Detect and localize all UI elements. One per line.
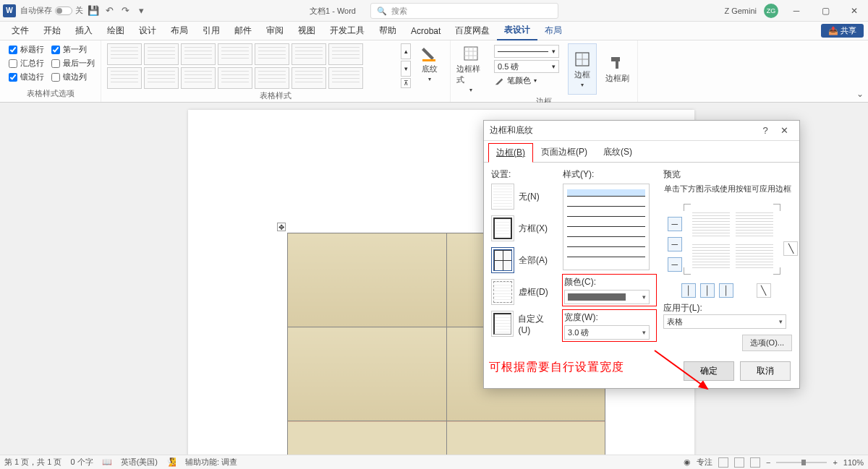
dialog-help-icon[interactable]: ? <box>756 125 775 136</box>
status-focus[interactable]: 专注 <box>697 457 712 468</box>
border-diag2-icon[interactable]: ╲ <box>757 283 771 298</box>
gallery-up-icon[interactable]: ▴ <box>401 43 411 59</box>
share-button[interactable]: 📤共享 <box>821 24 864 38</box>
check-banded-row[interactable]: 镶边行 <box>6 71 47 83</box>
style-thumb[interactable] <box>292 43 326 65</box>
dialog-tab-page-border[interactable]: 页面边框(P) <box>533 142 595 162</box>
border-top-icon[interactable]: ─ <box>668 217 682 231</box>
gallery-more-icon[interactable]: ⊼ <box>401 78 411 88</box>
width-combo[interactable]: 3.0 磅▾ <box>564 325 650 340</box>
setting-none[interactable]: 无(N) <box>491 184 556 210</box>
shading-button[interactable]: 底纹 ▾ <box>415 43 444 84</box>
style-thumb[interactable] <box>181 67 216 89</box>
tab-table-layout[interactable]: 布局 <box>537 22 569 40</box>
zoom-slider[interactable] <box>776 462 827 463</box>
zoom-value[interactable]: 110% <box>843 458 864 467</box>
table-styles-gallery[interactable] <box>107 43 396 89</box>
qat-more-icon[interactable]: ▾ <box>135 5 147 17</box>
check-total-row[interactable]: 汇总行 <box>6 57 47 69</box>
tab-layout[interactable]: 布局 <box>163 22 195 40</box>
status-page[interactable]: 第 1 页，共 1 页 <box>4 457 61 468</box>
status-accessibility[interactable]: 辅助功能: 调查 <box>185 457 237 468</box>
autosave-toggle[interactable]: 自动保存 关 <box>20 5 83 16</box>
border-style-button[interactable]: 边框样式 ▾ <box>456 43 485 95</box>
style-thumb[interactable] <box>255 43 289 65</box>
tab-review[interactable]: 审阅 <box>259 22 291 40</box>
tab-table-design[interactable]: 表设计 <box>497 22 537 40</box>
style-thumb[interactable] <box>107 43 142 65</box>
style-thumb[interactable] <box>218 67 252 89</box>
redo-icon[interactable]: ↷ <box>119 5 131 17</box>
borders-button[interactable]: 边框 ▾ <box>568 43 597 95</box>
zoom-in-icon[interactable]: + <box>833 458 837 467</box>
border-left-icon[interactable]: │ <box>681 283 696 298</box>
style-thumb[interactable] <box>144 67 179 89</box>
undo-icon[interactable]: ↶ <box>103 5 115 17</box>
dialog-close-icon[interactable]: ✕ <box>775 125 793 136</box>
check-last-col[interactable]: 最后一列 <box>48 57 98 69</box>
gallery-down-icon[interactable]: ▾ <box>401 61 411 77</box>
style-listbox[interactable] <box>563 184 650 270</box>
setting-grid[interactable]: 虚框(D) <box>491 279 556 305</box>
style-thumb[interactable] <box>328 67 363 89</box>
collapse-ribbon-icon[interactable]: ⌄ <box>856 89 864 99</box>
check-first-col[interactable]: 第一列 <box>48 43 98 56</box>
minimize-button[interactable]: ─ <box>786 2 807 20</box>
tab-design[interactable]: 设计 <box>132 22 163 40</box>
style-thumb[interactable] <box>107 67 142 89</box>
border-bottom-icon[interactable]: ─ <box>668 257 682 272</box>
border-weight-combo[interactable]: 0.5 磅▾ <box>494 60 559 73</box>
tab-mail[interactable]: 邮件 <box>227 22 259 40</box>
style-thumb[interactable] <box>181 43 216 65</box>
border-right-icon[interactable]: │ <box>719 283 733 298</box>
save-icon[interactable]: 💾 <box>88 5 99 17</box>
tab-file[interactable]: 文件 <box>4 22 36 40</box>
dialog-tab-shading[interactable]: 底纹(S) <box>595 142 640 162</box>
tab-home[interactable]: 开始 <box>36 22 68 40</box>
user-avatar[interactable]: ZG <box>764 4 778 18</box>
tab-devtools[interactable]: 开发工具 <box>323 22 372 40</box>
check-banded-col[interactable]: 镶边列 <box>48 71 98 83</box>
tab-acrobat[interactable]: Acrobat <box>404 22 448 40</box>
focus-mode-icon[interactable]: ◉ <box>684 457 691 467</box>
options-button[interactable]: 选项(O)... <box>742 335 792 351</box>
border-painter-button[interactable]: 边框刷 <box>603 43 631 95</box>
style-thumb[interactable] <box>144 43 179 65</box>
view-read-icon[interactable] <box>718 457 728 468</box>
border-mid-h-icon[interactable]: ─ <box>668 237 682 251</box>
zoom-out-icon[interactable]: − <box>766 458 770 467</box>
cancel-button[interactable]: 取消 <box>740 361 791 381</box>
status-lang[interactable]: 英语(美国) <box>121 457 158 468</box>
tab-references[interactable]: 引用 <box>195 22 227 40</box>
pen-color-button[interactable]: 笔颜色 ▾ <box>494 75 559 86</box>
status-accessibility-icon[interactable]: 🧏 <box>166 457 176 467</box>
setting-all[interactable]: 全部(A) <box>491 247 556 273</box>
tab-baidu[interactable]: 百度网盘 <box>448 22 497 40</box>
style-thumb[interactable] <box>328 43 363 65</box>
border-diag-icon[interactable]: ╲ <box>783 241 798 256</box>
style-thumb[interactable] <box>292 67 326 89</box>
view-print-icon[interactable] <box>734 457 744 468</box>
tab-draw[interactable]: 绘图 <box>100 22 132 40</box>
tab-view[interactable]: 视图 <box>291 22 323 40</box>
setting-custom[interactable]: 自定义(U) <box>491 311 556 337</box>
status-words[interactable]: 0 个字 <box>70 457 93 468</box>
check-header-row[interactable]: 标题行 <box>6 43 47 56</box>
setting-box[interactable]: 方框(X) <box>491 215 556 241</box>
style-thumb[interactable] <box>255 67 289 89</box>
view-web-icon[interactable] <box>750 457 760 468</box>
border-line-combo[interactable]: ▾ <box>494 45 559 58</box>
status-spellcheck-icon[interactable]: 📖 <box>102 457 112 467</box>
search-input[interactable]: 🔍 搜索 <box>370 3 558 19</box>
color-combo[interactable]: ▾ <box>564 290 650 304</box>
tab-help[interactable]: 帮助 <box>372 22 404 40</box>
table-move-handle-icon[interactable]: ✥ <box>277 223 286 231</box>
border-mid-v-icon[interactable]: │ <box>700 283 715 298</box>
dialog-tab-border[interactable]: 边框(B) <box>488 143 533 163</box>
maximize-button[interactable]: ▢ <box>814 2 836 20</box>
tab-insert[interactable]: 插入 <box>68 22 100 40</box>
style-thumb[interactable] <box>218 43 252 65</box>
preview-box[interactable]: ─ ─ ─ ╲ │ │ │ ╲ <box>663 198 792 299</box>
close-button[interactable]: ✕ <box>843 2 865 20</box>
apply-to-combo[interactable]: 表格▾ <box>663 314 786 329</box>
